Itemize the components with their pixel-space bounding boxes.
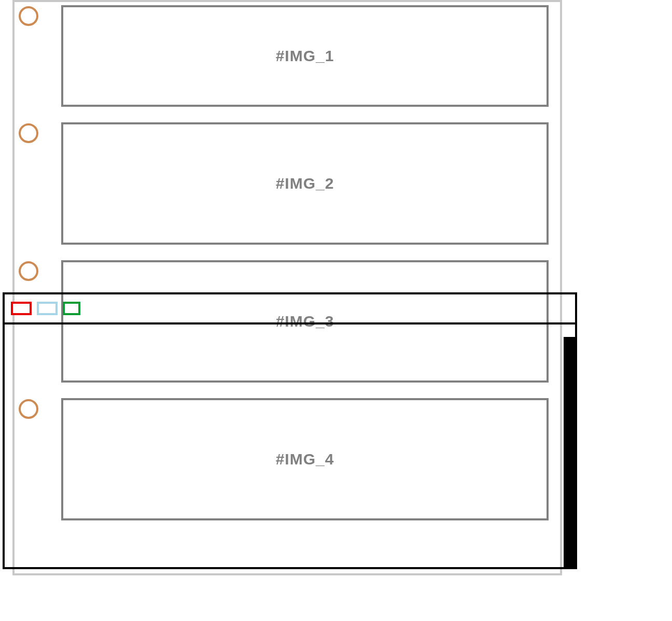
image-placeholder-2: #IMG_2: [61, 122, 549, 245]
bullet-circle-icon: [19, 6, 38, 26]
slot-row-2: #IMG_2: [15, 119, 560, 245]
bullet-circle-icon: [19, 261, 38, 281]
zoom-button[interactable]: [63, 302, 80, 315]
browser-titlebar[interactable]: [5, 294, 575, 324]
close-button[interactable]: [11, 302, 32, 315]
image-placeholder-1: #IMG_1: [61, 5, 549, 107]
bullet-circle-icon: [19, 123, 38, 143]
image-placeholder-label: #IMG_2: [276, 175, 334, 192]
slot-row-1: #IMG_1: [15, 2, 560, 107]
image-placeholder-label: #IMG_1: [276, 47, 334, 65]
minimize-button[interactable]: [37, 302, 58, 315]
scrollbar-track[interactable]: [564, 337, 575, 567]
scrollbar-track-cap: [564, 324, 575, 337]
browser-window: [3, 292, 577, 569]
browser-content: [5, 324, 575, 567]
